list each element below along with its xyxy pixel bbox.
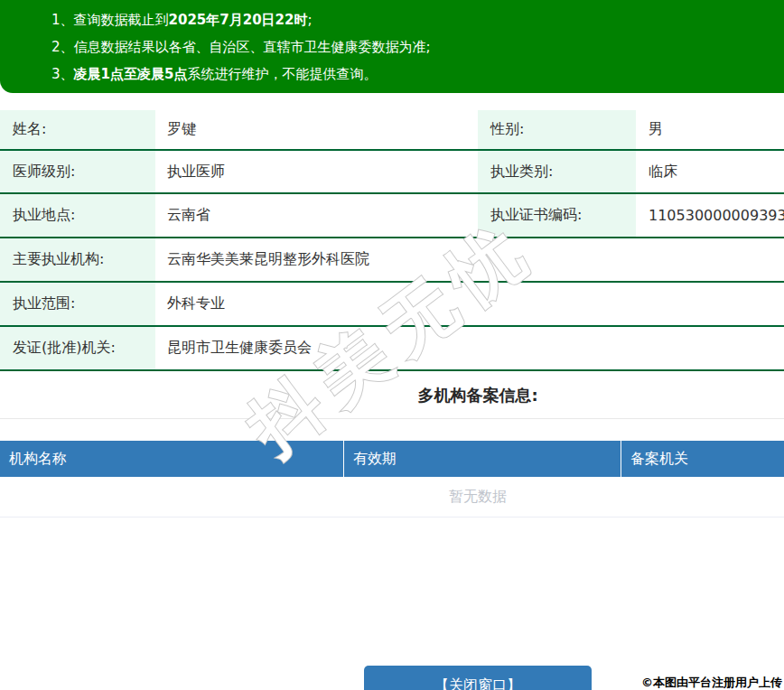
records-table: 机构名称 有效期 备案机关 暂无数据 [0, 441, 784, 518]
notice-line-2-text: 信息数据结果以各省、自治区、直辖市卫生健康委数据为准; [74, 39, 431, 55]
notice-line-1-bold: 2025年7月20日22时 [169, 12, 308, 28]
attribution-text: ©本图由平台注册用户上传 [641, 675, 782, 690]
info-row-practice-scope: 执业范围: 外科专业 [0, 283, 784, 327]
certificate-number-value: 110530000009393 [636, 194, 784, 237]
notice-line-1-text: 查询数据截止到 [74, 12, 169, 28]
doctor-level-label: 医师级别: [0, 151, 155, 192]
main-institution-value: 云南华美美莱昆明整形外科医院 [155, 238, 784, 281]
empty-data-text: 暂无数据 [0, 477, 784, 518]
records-header-institution-name: 机构名称 [0, 441, 344, 477]
issuing-authority-value: 昆明市卫生健康委员会 [155, 327, 784, 369]
main-institution-label: 主要执业机构: [0, 238, 155, 281]
records-table-header: 机构名称 有效期 备案机关 [0, 441, 784, 477]
name-value: 罗键 [155, 110, 478, 149]
practice-category-value: 临床 [636, 151, 784, 192]
section-divider [0, 418, 784, 419]
notice-line-2: 2、信息数据结果以各省、自治区、直辖市卫生健康委数据为准; [51, 33, 784, 61]
notice-line-1: 1、查询数据截止到2025年7月20日22时; [51, 6, 784, 33]
notice-line-2-number: 2、 [51, 39, 74, 55]
info-row-location-certificate: 执业地点: 云南省 执业证书编码: 110530000009393 [0, 194, 784, 238]
practice-scope-value: 外科专业 [155, 283, 784, 325]
certificate-number-label: 执业证书编码: [478, 194, 636, 237]
practice-location-value: 云南省 [155, 194, 478, 237]
practice-category-label: 执业类别: [478, 151, 636, 192]
close-window-button[interactable]: 【关闭窗口】 [364, 666, 592, 690]
name-label: 姓名: [0, 110, 155, 149]
notice-line-1-number: 1、 [51, 12, 74, 28]
notice-banner: 1、查询数据截止到2025年7月20日22时; 2、信息数据结果以各省、自治区、… [0, 0, 784, 93]
issuing-authority-label: 发证(批准)机关: [0, 327, 155, 369]
info-row-name-gender: 姓名: 罗键 性别: 男 [0, 110, 784, 151]
records-header-filing-authority: 备案机关 [621, 441, 784, 477]
doctor-level-value: 执业医师 [155, 151, 478, 192]
notice-line-3-number: 3、 [51, 66, 74, 82]
notice-line-1-suffix: ; [307, 12, 312, 28]
notice-line-3: 3、凌晨1点至凌晨5点系统进行维护，不能提供查询。 [51, 61, 784, 88]
page: 1、查询数据截止到2025年7月20日22时; 2、信息数据结果以各省、自治区、… [0, 0, 784, 690]
practitioner-info-table: 姓名: 罗键 性别: 男 医师级别: 执业医师 执业类别: 临床 执业地点: 云… [0, 110, 784, 371]
gender-value: 男 [636, 110, 784, 149]
multi-institution-heading: 多机构备案信息: [0, 385, 784, 406]
practice-scope-label: 执业范围: [0, 283, 155, 325]
practice-location-label: 执业地点: [0, 194, 155, 237]
info-row-main-institution: 主要执业机构: 云南华美美莱昆明整形外科医院 [0, 238, 784, 283]
notice-line-3-bold: 凌晨1点至凌晨5点 [74, 66, 188, 82]
notice-line-3-suffix: 系统进行维护，不能提供查询。 [187, 66, 377, 82]
info-row-level-category: 医师级别: 执业医师 执业类别: 临床 [0, 151, 784, 194]
info-row-issuing-authority: 发证(批准)机关: 昆明市卫生健康委员会 [0, 327, 784, 371]
content-area: 1、查询数据截止到2025年7月20日22时; 2、信息数据结果以各省、自治区、… [0, 0, 784, 690]
gender-label: 性别: [478, 110, 636, 149]
records-header-validity-period: 有效期 [344, 441, 621, 477]
